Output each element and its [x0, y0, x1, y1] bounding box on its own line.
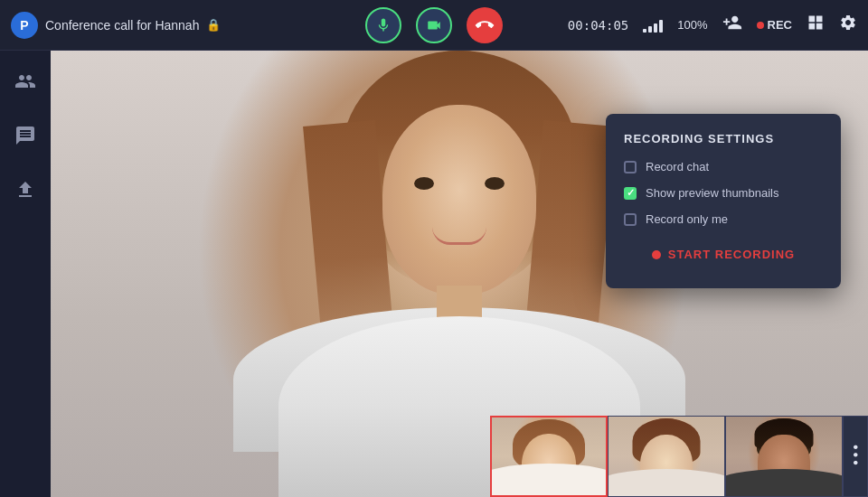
toggle-camera-button[interactable]: [416, 7, 452, 43]
settings-button[interactable]: [839, 14, 857, 36]
sidebar-contacts-button[interactable]: [9, 65, 42, 98]
record-chat-option: Record chat: [624, 160, 823, 173]
face: [382, 105, 536, 295]
record-only-me-checkbox[interactable]: [624, 213, 637, 226]
thumbnail-hannah[interactable]: On Air Hannah Wells: [490, 416, 608, 497]
thumbnail-bradley[interactable]: Bradley Washington: [725, 416, 843, 497]
signal-bar-3: [654, 23, 657, 33]
bradley-shoulders: [725, 469, 843, 496]
more-thumbnails-button[interactable]: •••: [843, 416, 868, 497]
eye-right: [485, 177, 505, 190]
end-call-button[interactable]: [467, 7, 503, 43]
call-controls: [365, 7, 503, 43]
rec-label: REC: [768, 18, 792, 32]
mute-mic-button[interactable]: [365, 7, 401, 43]
show-thumbnails-checkbox[interactable]: [624, 187, 637, 200]
top-bar-right: 00:04:05 100% REC: [568, 13, 857, 37]
show-thumbnails-option: Show preview thumbnails: [624, 186, 823, 200]
more-dots-icon: •••: [847, 445, 863, 468]
add-participant-button[interactable]: [722, 13, 742, 37]
network-quality: 100%: [677, 18, 707, 32]
thumbnail-strip: On Air Hannah Wells Jessie Cross: [490, 416, 868, 497]
hannah-face: [492, 417, 606, 495]
record-chat-checkbox[interactable]: [624, 161, 637, 173]
call-timer: 00:04:05: [568, 18, 628, 33]
eyes: [414, 177, 505, 195]
jessie-face: [609, 417, 724, 496]
main-content: RECORDING SETTINGS Record chat Show prev…: [0, 51, 868, 497]
video-area: RECORDING SETTINGS Record chat Show prev…: [51, 51, 868, 497]
hannah-shoulders: [490, 464, 608, 495]
signal-bar-4: [659, 20, 663, 33]
signal-strength: [643, 18, 663, 33]
top-bar: P Conference call for Hannah 🔒: [0, 0, 868, 51]
start-rec-label: START RECORDING: [668, 248, 795, 261]
signal-bar-1: [643, 29, 646, 33]
recording-panel: RECORDING SETTINGS Record chat Show prev…: [606, 114, 841, 288]
signal-bar-2: [648, 26, 652, 33]
panel-title: RECORDING SETTINGS: [624, 132, 823, 145]
sidebar-share-button[interactable]: [9, 173, 42, 206]
app-container: P Conference call for Hannah 🔒: [0, 0, 868, 497]
record-only-me-option: Record only me: [624, 212, 823, 226]
record-only-me-label: Record only me: [646, 212, 728, 226]
record-chat-label: Record chat: [646, 160, 709, 173]
rec-indicator[interactable]: REC: [757, 18, 792, 32]
layout-button[interactable]: [807, 14, 825, 36]
sidebar: [0, 51, 51, 497]
start-recording-button[interactable]: START RECORDING: [624, 239, 823, 270]
app-logo: P: [11, 12, 38, 39]
neck: [437, 286, 482, 340]
jessie-shoulders: [608, 469, 725, 496]
sidebar-chat-button[interactable]: [9, 119, 42, 152]
eye-left: [414, 177, 434, 190]
rec-dot: [757, 22, 764, 29]
bradley-face: [726, 417, 842, 496]
lock-icon: 🔒: [206, 18, 221, 32]
start-rec-dot: [652, 250, 661, 259]
show-thumbnails-label: Show preview thumbnails: [646, 186, 778, 200]
thumbnail-jessie[interactable]: Jessie Cross: [608, 416, 725, 497]
call-title: Conference call for Hannah: [45, 18, 199, 33]
